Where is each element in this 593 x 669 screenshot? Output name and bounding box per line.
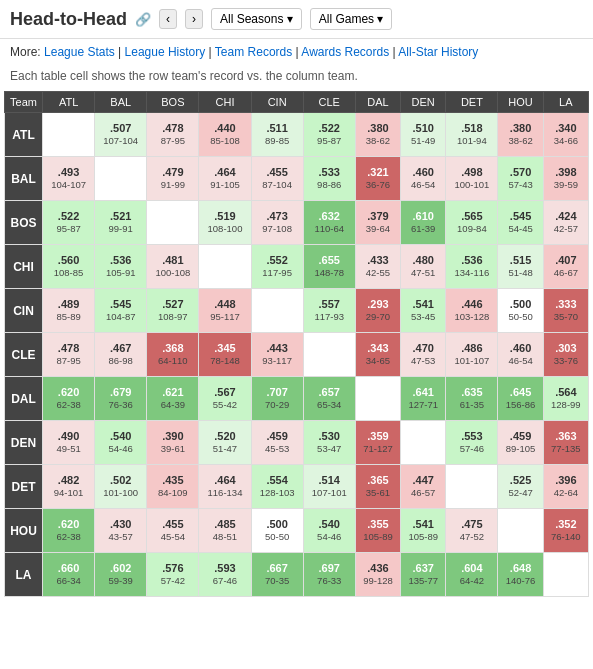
- next-button[interactable]: ›: [185, 9, 203, 29]
- cell: [498, 509, 543, 553]
- col-bos: BOS: [147, 92, 199, 113]
- cell-record: 109-84: [457, 223, 487, 235]
- cell: .564128-99: [543, 377, 588, 421]
- cell-pct: .478: [162, 121, 183, 135]
- cell: .52051-47: [199, 421, 251, 465]
- nav-links: More: League Stats | League History | Te…: [0, 39, 593, 65]
- cell-record: 64-110: [158, 355, 188, 367]
- cell-pct: .552: [266, 253, 287, 267]
- cell-pct: .545: [510, 209, 531, 223]
- cell-pct: .533: [319, 165, 340, 179]
- cell: .35971-127: [355, 421, 400, 465]
- cell-pct: .486: [461, 341, 482, 355]
- cell: .498100-101: [446, 157, 498, 201]
- col-team: Team: [5, 92, 43, 113]
- cell: .514107-101: [303, 465, 355, 509]
- cell: .44393-117: [251, 333, 303, 377]
- page-title: Head-to-Head: [10, 9, 127, 30]
- col-bal: BAL: [95, 92, 147, 113]
- cell-record: 78-148: [210, 355, 240, 367]
- league-stats-link[interactable]: League Stats: [44, 45, 115, 59]
- cell-pct: .493: [58, 165, 79, 179]
- cell: .502101-100: [95, 465, 147, 509]
- cell-pct: .464: [214, 473, 235, 487]
- awards-records-link[interactable]: Awards Records: [301, 45, 389, 59]
- cell-pct: .365: [367, 473, 388, 487]
- cell: .560108-85: [43, 245, 95, 289]
- cell-record: 67-46: [213, 575, 237, 587]
- cell: .69776-33: [303, 553, 355, 597]
- cell-record: 105-91: [106, 267, 136, 279]
- cell: .44895-117: [199, 289, 251, 333]
- cell-record: 107-104: [103, 135, 138, 147]
- cell-pct: .645: [510, 385, 531, 399]
- table-row: HOU.62062-38.43043-57.45545-54.48548-51.…: [5, 509, 589, 553]
- all-star-history-link[interactable]: All-Star History: [398, 45, 478, 59]
- cell-record: 39-64: [366, 223, 390, 235]
- cell: .554128-103: [251, 465, 303, 509]
- cell-pct: .459: [266, 429, 287, 443]
- col-cin: CIN: [251, 92, 303, 113]
- cell: .36864-110: [147, 333, 199, 377]
- cell-record: 95-87: [317, 135, 341, 147]
- cell: .47887-95: [43, 333, 95, 377]
- cell: .54554-45: [498, 201, 543, 245]
- games-dropdown[interactable]: All Games ▾: [310, 8, 393, 30]
- cell-pct: .490: [58, 429, 79, 443]
- cell-record: 103-128: [454, 311, 489, 323]
- cell: .46046-54: [401, 157, 446, 201]
- cell: .34034-66: [543, 113, 588, 157]
- cell: .47397-108: [251, 201, 303, 245]
- cell-pct: .500: [266, 517, 287, 531]
- table-row: BAL.493104-107.47991-99.46491-105.45587-…: [5, 157, 589, 201]
- prev-button[interactable]: ‹: [159, 9, 177, 29]
- cell-record: 87-95: [56, 355, 80, 367]
- cell-pct: .481: [162, 253, 183, 267]
- table-row: DET.48294-101.502101-100.43584-109.46411…: [5, 465, 589, 509]
- head-to-head-table: Team ATL BAL BOS CHI CIN CLE DAL DEN DET…: [4, 91, 589, 597]
- cell: .52295-87: [303, 113, 355, 157]
- cell: [401, 421, 446, 465]
- cell-record: 117-93: [314, 311, 344, 323]
- cell-pct: .433: [367, 253, 388, 267]
- cell-pct: .398: [555, 165, 576, 179]
- cell: .60259-39: [95, 553, 147, 597]
- cell: .38038-62: [355, 113, 400, 157]
- cell: .61061-39: [401, 201, 446, 245]
- cell-pct: .368: [162, 341, 183, 355]
- cell: .648140-76: [498, 553, 543, 597]
- cell: .30333-76: [543, 333, 588, 377]
- cell-pct: .530: [319, 429, 340, 443]
- cell-pct: .521: [110, 209, 131, 223]
- cell: .47047-53: [401, 333, 446, 377]
- cell: .34334-65: [355, 333, 400, 377]
- cell-record: 95-117: [210, 311, 240, 323]
- cell: .38038-62: [498, 113, 543, 157]
- cell-pct: .697: [319, 561, 340, 575]
- cell-pct: .679: [110, 385, 131, 399]
- cell: .48985-89: [43, 289, 95, 333]
- cell-pct: .657: [319, 385, 340, 399]
- seasons-dropdown[interactable]: All Seasons ▾: [211, 8, 302, 30]
- cell: [446, 465, 498, 509]
- cell-pct: .485: [214, 517, 235, 531]
- team-records-link[interactable]: Team Records: [215, 45, 292, 59]
- cell-pct: .447: [412, 473, 433, 487]
- cell-record: 105-89: [363, 531, 393, 543]
- league-history-link[interactable]: League History: [125, 45, 206, 59]
- cell-record: 38-62: [508, 135, 532, 147]
- cell-pct: .593: [214, 561, 235, 575]
- cell: .557117-93: [303, 289, 355, 333]
- cell-record: 47-53: [411, 355, 435, 367]
- cell-record: 35-61: [366, 487, 390, 499]
- cell-pct: .620: [58, 385, 79, 399]
- cell-record: 101-100: [103, 487, 138, 499]
- cell-pct: .667: [266, 561, 287, 575]
- cell-record: 46-67: [554, 267, 578, 279]
- row-team-label: ATL: [5, 113, 43, 157]
- cell-pct: .610: [412, 209, 433, 223]
- cell-record: 49-51: [56, 443, 80, 455]
- cell-record: 156-86: [506, 399, 536, 411]
- cell-record: 39-59: [554, 179, 578, 191]
- cell: [147, 201, 199, 245]
